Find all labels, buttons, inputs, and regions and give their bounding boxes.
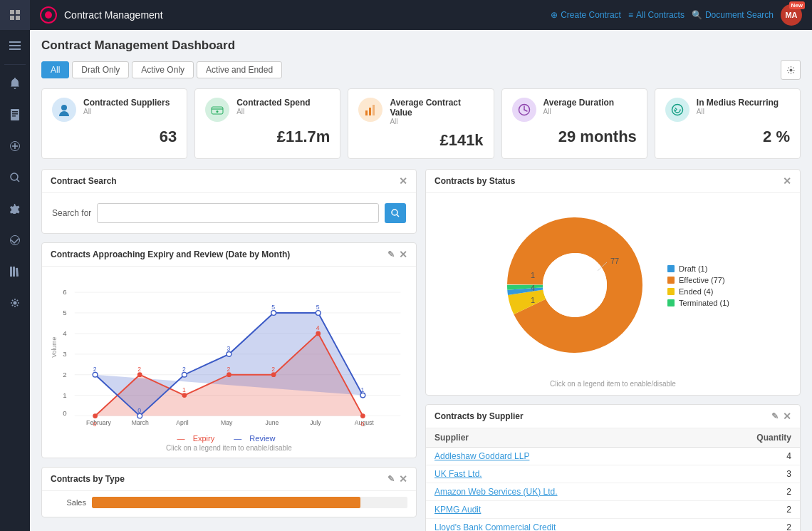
donut-label-1b: 1: [531, 296, 535, 304]
kpi-text-suppliers: Contracted Suppliers All: [83, 98, 177, 115]
status-chart-close[interactable]: ✕: [783, 175, 791, 187]
svg-rect-13: [12, 145, 18, 147]
sidebar-contracts-icon[interactable]: [0, 100, 30, 129]
line-chart-svg: 6 5 4 3 2 1 0 Volume: [51, 272, 407, 429]
sidebar-config-icon[interactable]: [0, 289, 30, 317]
svg-line-15: [17, 180, 20, 182]
legend-item-effective[interactable]: Effective (77): [667, 276, 729, 284]
svg-line-35: [397, 215, 399, 217]
contract-search-title: Contract Search: [51, 176, 117, 186]
col-supplier: Supplier: [426, 428, 699, 448]
table-row: Lloyd's Bank Commercial Credit2: [426, 519, 800, 532]
svg-text:0: 0: [63, 409, 66, 417]
contract-search-body: Search for: [42, 193, 416, 233]
svg-text:May: May: [221, 419, 233, 426]
donut-label-77: 77: [610, 257, 619, 265]
type-chart-header: Contracts by Type ✎ ✕: [42, 468, 416, 491]
kpi-label-duration: Average Duration: [543, 98, 637, 108]
search-button[interactable]: [385, 203, 406, 223]
chart-legend: — Expiry — Review: [51, 434, 407, 443]
legend-item-ended[interactable]: Ended (4): [667, 287, 729, 296]
sidebar-divider-1: [4, 64, 26, 65]
search-input[interactable]: [97, 203, 379, 223]
svg-rect-19: [13, 267, 15, 277]
type-chart-close[interactable]: ✕: [399, 473, 407, 485]
supplier-link[interactable]: UK Fast Ltd.: [434, 469, 482, 479]
legend-dot-draft: [667, 265, 675, 272]
svg-text:0: 0: [360, 421, 364, 428]
main-content: Contract Management ⊕ Create Contract ≡ …: [30, 0, 812, 531]
svg-text:2: 2: [63, 371, 66, 378]
svg-point-21: [14, 301, 17, 305]
svg-point-61: [137, 372, 142, 377]
svg-text:2: 2: [182, 366, 186, 373]
sidebar-grid-icon[interactable]: [0, 0, 30, 30]
svg-point-73: [360, 393, 365, 398]
type-chart-edit[interactable]: ✎: [387, 474, 395, 484]
user-avatar[interactable]: MA New: [781, 4, 802, 26]
sidebar-search-icon[interactable]: [0, 163, 30, 192]
supplier-table-edit[interactable]: ✎: [771, 411, 779, 421]
tab-draft[interactable]: Draft Only: [72, 61, 129, 78]
legend-label-terminated: Terminated (1): [679, 299, 729, 307]
table-row: Amazon Web Services (UK) Ltd.2: [426, 483, 800, 501]
legend-review-label[interactable]: — Review: [234, 434, 281, 443]
status-chart-hint: Click on a legend item to enable/disable: [426, 380, 800, 395]
create-contract-link[interactable]: ⊕ Create Contract: [551, 10, 621, 20]
svg-point-70: [227, 351, 231, 356]
legend-expiry-label[interactable]: — Expiry: [177, 434, 221, 443]
svg-point-64: [271, 372, 276, 377]
logo-inner: [45, 11, 52, 19]
contract-search-close[interactable]: ✕: [399, 175, 407, 187]
supplier-table-card: Contracts by Supplier ✎ ✕ Supplier Quant…: [425, 404, 801, 531]
type-bar-fill-sales: [92, 497, 360, 508]
sidebar-notifications-icon[interactable]: [0, 69, 30, 98]
supplier-link[interactable]: KPMG Audit: [434, 505, 481, 515]
supplier-table-close[interactable]: ✕: [783, 411, 791, 422]
sidebar-check-icon[interactable]: [0, 226, 30, 254]
svg-rect-29: [373, 105, 375, 115]
sidebar-settings-icon[interactable]: [0, 195, 30, 223]
expiry-chart-edit[interactable]: ✎: [387, 249, 395, 259]
supplier-link[interactable]: Addleshaw Goddard LLP: [434, 451, 529, 461]
svg-text:March: March: [132, 419, 149, 426]
all-contracts-link[interactable]: ≡ All Contracts: [628, 10, 685, 20]
app-logo: [40, 6, 57, 24]
donut-label-1a: 1: [531, 271, 535, 279]
svg-rect-10: [12, 115, 16, 117]
svg-point-92: [543, 253, 607, 317]
type-chart-title: Contracts by Type: [51, 474, 125, 484]
tab-all[interactable]: All: [41, 61, 69, 78]
legend-item-terminated[interactable]: Terminated (1): [667, 299, 729, 307]
contract-search-card: Contract Search ✕ Search for: [41, 169, 417, 234]
dashboard-settings-button[interactable]: [781, 60, 801, 80]
supplier-qty: 2: [699, 483, 800, 501]
status-chart-card: Contracts by Status ✕: [425, 169, 801, 396]
tab-active[interactable]: Active Only: [132, 61, 194, 78]
kpi-contracted-suppliers: Contracted Suppliers All 63: [41, 88, 187, 159]
svg-point-65: [316, 331, 321, 336]
kpi-sub-suppliers: All: [83, 108, 177, 115]
search-label: Search for: [52, 208, 91, 218]
legend-label-effective: Effective (77): [679, 276, 725, 284]
kpi-label-avg-value: Average Contract Value: [390, 98, 483, 118]
tab-active-ended[interactable]: Active and Ended: [197, 61, 282, 78]
legend-dot-ended: [667, 288, 675, 295]
all-contracts-label: All Contracts: [636, 10, 685, 20]
supplier-table-body-rows: Addleshaw Goddard LLP4UK Fast Ltd.3Amazo…: [426, 448, 800, 532]
supplier-link[interactable]: Lloyd's Bank Commercial Credit: [434, 522, 556, 531]
kpi-text-avg-value: Average Contract Value All: [390, 98, 483, 125]
svg-text:4: 4: [63, 329, 67, 337]
sidebar-library-icon[interactable]: [0, 257, 30, 286]
svg-point-72: [316, 311, 321, 316]
sidebar-add-icon[interactable]: [0, 132, 30, 160]
supplier-table: Supplier Quantity Addleshaw Goddard LLP4…: [426, 428, 800, 531]
sidebar-hamburger[interactable]: [0, 31, 30, 60]
legend-item-draft[interactable]: Draft (1): [667, 264, 729, 273]
document-search-link[interactable]: 🔍 Document Search: [692, 10, 774, 20]
svg-point-71: [271, 311, 276, 316]
contract-search-header: Contract Search ✕: [42, 170, 416, 193]
svg-text:2: 2: [227, 366, 231, 373]
supplier-link[interactable]: Amazon Web Services (UK) Ltd.: [434, 487, 558, 497]
expiry-chart-close[interactable]: ✕: [399, 249, 407, 260]
